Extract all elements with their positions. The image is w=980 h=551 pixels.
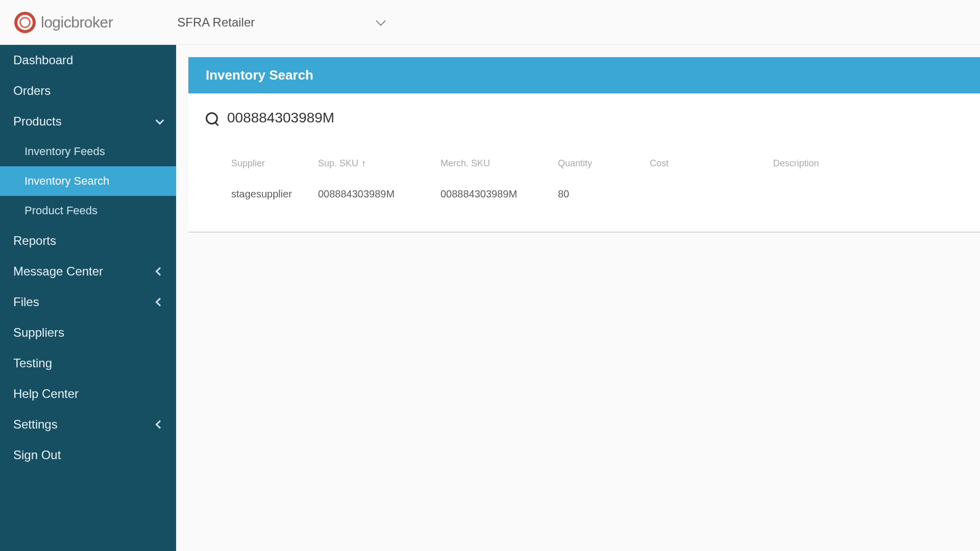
sidebar-item-product-feeds[interactable]: Product Feeds <box>0 196 176 226</box>
search-row <box>206 108 963 129</box>
chevron-down-icon <box>156 116 164 125</box>
brand-name: logicbroker <box>41 14 113 31</box>
sidebar-item-label: Message Center <box>13 264 103 279</box>
logo: logicbroker <box>14 12 113 33</box>
chevron-left-icon <box>156 298 164 307</box>
sidebar-item-label: Suppliers <box>13 325 64 340</box>
sidebar-item-help-center[interactable]: Help Center <box>0 379 176 409</box>
col-header-sup-sku[interactable]: Sup. SKU ↑ <box>318 158 440 169</box>
sidebar-item-inventory-feeds[interactable]: Inventory Feeds <box>0 137 176 166</box>
sidebar-item-label: Orders <box>13 84 51 98</box>
col-header-cost[interactable]: Cost <box>650 158 731 169</box>
sidebar-item-message-center[interactable]: Message Center <box>0 256 176 287</box>
chevron-left-icon <box>156 420 164 429</box>
panel-body: Supplier Sup. SKU ↑ Merch. SKU Quantity … <box>188 93 980 233</box>
table-header: Supplier Sup. SKU ↑ Merch. SKU Quantity … <box>206 150 963 177</box>
cell-sup-sku: 008884303989M <box>318 188 440 200</box>
sort-ascending-icon: ↑ <box>361 158 366 169</box>
sidebar-item-label: Reports <box>13 234 56 248</box>
sidebar-item-label: Files <box>13 295 39 309</box>
sidebar-item-label: Product Feeds <box>24 204 97 217</box>
sidebar-item-sign-out[interactable]: Sign Out <box>0 440 176 470</box>
sidebar-item-reports[interactable]: Reports <box>0 226 176 256</box>
col-header-merch-sku[interactable]: Merch. SKU <box>440 158 558 169</box>
main-content: Inventory Search Supplier Sup. SKU ↑ Mer… <box>176 45 980 551</box>
search-icon[interactable] <box>206 112 218 124</box>
company-selector-label: SFRA Retailer <box>177 15 255 30</box>
sidebar-item-label: Sign Out <box>13 448 61 462</box>
chevron-left-icon <box>156 267 164 276</box>
topbar: logicbroker SFRA Retailer <box>0 0 980 45</box>
sidebar-item-label: Dashboard <box>13 53 73 67</box>
col-header-quantity[interactable]: Quantity <box>558 158 650 169</box>
search-input[interactable] <box>227 108 431 129</box>
table-row[interactable]: stagesupplier 008884303989M 008884303989… <box>206 177 963 211</box>
sidebar-item-settings[interactable]: Settings <box>0 409 176 440</box>
sidebar-item-orders[interactable]: Orders <box>0 76 176 106</box>
cell-quantity: 80 <box>558 188 650 200</box>
cell-cost <box>650 188 731 200</box>
cell-supplier: stagesupplier <box>206 188 318 200</box>
sidebar-item-label: Settings <box>13 417 58 432</box>
col-header-label: Sup. SKU <box>318 158 358 169</box>
results-table: Supplier Sup. SKU ↑ Merch. SKU Quantity … <box>206 150 963 211</box>
sidebar-item-label: Testing <box>13 356 52 370</box>
sidebar-item-files[interactable]: Files <box>0 287 176 317</box>
logo-icon <box>14 12 36 33</box>
sidebar-item-label: Products <box>13 114 62 129</box>
sidebar-item-inventory-search[interactable]: Inventory Search <box>0 166 176 196</box>
sidebar-item-label: Help Center <box>13 387 79 401</box>
cell-merch-sku: 008884303989M <box>440 188 558 200</box>
company-selector[interactable]: SFRA Retailer <box>169 11 393 34</box>
cell-description <box>731 188 963 200</box>
col-header-supplier[interactable]: Supplier <box>206 158 318 169</box>
chevron-down-icon <box>376 16 386 26</box>
sidebar: Dashboard Orders Products Inventory Feed… <box>0 45 176 551</box>
sidebar-item-products[interactable]: Products <box>0 106 176 137</box>
sidebar-item-label: Inventory Search <box>24 174 109 188</box>
panel-title: Inventory Search <box>188 57 980 93</box>
sidebar-item-suppliers[interactable]: Suppliers <box>0 317 176 348</box>
sidebar-item-testing[interactable]: Testing <box>0 348 176 379</box>
sidebar-item-label: Inventory Feeds <box>24 145 105 158</box>
col-header-description[interactable]: Description <box>731 158 963 169</box>
sidebar-item-dashboard[interactable]: Dashboard <box>0 45 176 76</box>
